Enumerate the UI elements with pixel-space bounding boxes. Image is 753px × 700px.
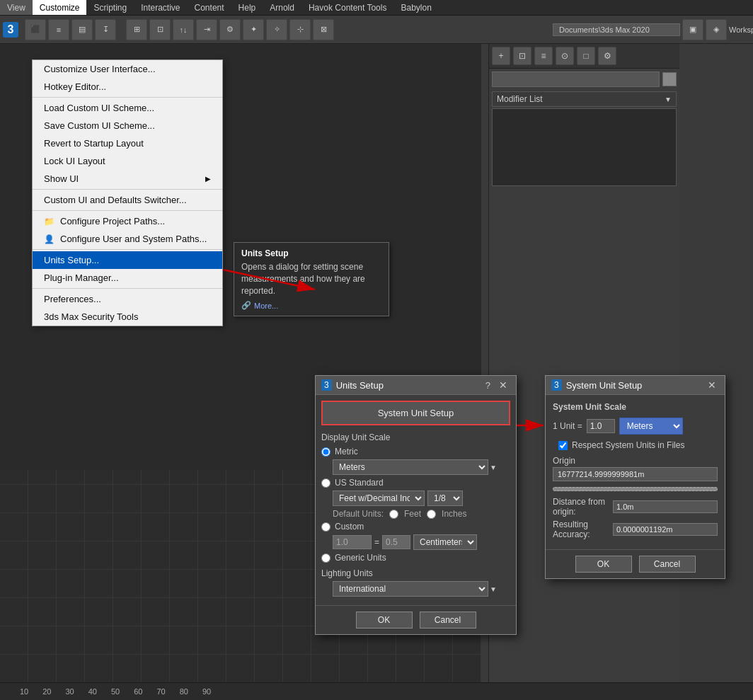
feet-radio[interactable]: [389, 510, 398, 519]
units-ok-button[interactable]: OK: [356, 612, 413, 629]
rp-btn-3[interactable]: ≡: [534, 47, 553, 65]
units-close-button[interactable]: ✕: [496, 379, 510, 391]
menubar: View Customize Scripting Interactive Con…: [0, 0, 753, 16]
us-standard-radio[interactable]: [321, 478, 330, 488]
toolbar-btn-11[interactable]: ✧: [266, 19, 287, 40]
system-unit-scale-label: System Unit Scale: [553, 402, 718, 412]
menu-babylon[interactable]: Babylon: [393, 0, 438, 15]
menu-item-customize-ui[interactable]: Customize User Interface...: [33, 60, 222, 78]
units-dialog-body: System Unit Setup Display Unit Scale Met…: [316, 395, 516, 605]
custom-value2-input[interactable]: [382, 535, 410, 549]
menu-item-revert[interactable]: Revert to Startup Layout: [33, 134, 222, 152]
system-close-button[interactable]: ✕: [705, 379, 719, 391]
menu-item-user-paths[interactable]: 👤 Configure User and System Paths...: [33, 230, 222, 248]
rp-btn-4[interactable]: ⊙: [556, 47, 574, 65]
system-unit-setup-button[interactable]: System Unit Setup: [321, 401, 510, 425]
units-cancel-button[interactable]: Cancel: [420, 612, 476, 629]
menu-item-save-ui[interactable]: Save Custom UI Scheme...: [33, 117, 222, 134]
menu-scripting[interactable]: Scripting: [86, 0, 134, 15]
separator-2: [33, 189, 222, 190]
units-dialog-title: 3 Units Setup: [321, 379, 384, 391]
us-standard-option[interactable]: US Standard: [321, 478, 510, 488]
units-dialog-header: 3 Units Setup ? ✕: [316, 376, 516, 395]
rp-btn-plus[interactable]: +: [492, 47, 510, 65]
menu-item-project-paths[interactable]: 📁 Configure Project Paths...: [33, 212, 222, 230]
menu-content[interactable]: Content: [188, 0, 231, 15]
custom-option[interactable]: Custom: [321, 522, 510, 532]
generic-option[interactable]: Generic Units: [321, 553, 510, 563]
us-standard-select[interactable]: Feet w/Decimal Inches: [333, 490, 425, 506]
menu-help[interactable]: Help: [231, 0, 263, 15]
toolbar-btn-10[interactable]: ✦: [243, 19, 264, 40]
menu-havok[interactable]: Havok Content Tools: [301, 0, 394, 15]
menu-item-security[interactable]: 3ds Max Security Tools: [33, 308, 222, 326]
unit-value-input[interactable]: [587, 419, 615, 433]
menu-item-hotkey[interactable]: Hotkey Editor...: [33, 78, 222, 96]
respect-units-checkbox[interactable]: [558, 441, 568, 450]
lighting-select[interactable]: International: [333, 581, 488, 597]
fraction-select[interactable]: 1/8: [427, 490, 463, 506]
menu-view[interactable]: View: [0, 0, 33, 15]
status-numbers: 10 20 30 40 50 60 70 80 90: [20, 687, 211, 696]
menu-item-units-setup[interactable]: Units Setup...: [33, 251, 222, 269]
metric-option[interactable]: Metric: [321, 447, 510, 457]
rp-btn-2[interactable]: ⊡: [513, 47, 531, 65]
status-num-2: 20: [42, 687, 51, 696]
menu-item-load-ui[interactable]: Load Custom UI Scheme...: [33, 99, 222, 117]
toolbar-btn-3[interactable]: ▤: [71, 19, 93, 40]
units-dialog-footer: OK Cancel: [316, 605, 516, 634]
menu-customize[interactable]: Customize: [33, 0, 87, 15]
toolbar-btn-9[interactable]: ⚙: [219, 19, 241, 40]
toolbar-btn-6[interactable]: ⊡: [149, 19, 171, 40]
metric-radio[interactable]: [321, 447, 330, 457]
custom-row: = Centimeters: [333, 534, 510, 550]
toolbar-btn-2[interactable]: ≡: [48, 19, 69, 40]
toolbar-btn-7[interactable]: ↑↓: [173, 19, 194, 40]
menu-item-show-ui[interactable]: Show UI: [33, 170, 222, 188]
origin-slider[interactable]: [553, 487, 718, 491]
separator-3: [33, 210, 222, 211]
toolbar-btn-13[interactable]: ⊠: [313, 19, 334, 40]
status-num-6: 60: [134, 687, 142, 696]
lighting-units-label: Lighting Units: [321, 568, 510, 578]
units-help-btn[interactable]: ?: [485, 380, 490, 391]
toolbar-btn-1[interactable]: ⬛: [25, 19, 46, 40]
toolbar-btn-5[interactable]: ⊞: [126, 19, 147, 40]
system-ok-button[interactable]: OK: [575, 556, 632, 573]
workspace-label: Workspa: [729, 25, 750, 34]
status-num-5: 50: [111, 687, 120, 696]
rp-btn-5[interactable]: □: [577, 47, 595, 65]
menu-arnold[interactable]: Arnold: [263, 0, 301, 15]
system-cancel-button[interactable]: Cancel: [639, 556, 696, 573]
tooltip-more[interactable]: 🔗 More...: [241, 301, 381, 310]
modifier-list-header[interactable]: Modifier List ▼: [492, 91, 677, 107]
custom-unit-select[interactable]: Centimeters: [413, 534, 477, 550]
generic-radio[interactable]: [321, 553, 330, 563]
rp-btn-6[interactable]: ⚙: [598, 47, 616, 65]
custom-radio[interactable]: [321, 522, 330, 532]
metric-select[interactable]: Meters: [333, 459, 488, 475]
units-dialog-icon: 3: [321, 379, 332, 391]
inches-radio[interactable]: [427, 510, 436, 519]
distance-input[interactable]: [613, 500, 718, 513]
origin-value-input[interactable]: [553, 467, 718, 481]
custom-value1-input[interactable]: [333, 535, 372, 549]
toolbar: 3 ⬛ ≡ ▤ ↧ ⊞ ⊡ ↑↓ ⇥ ⚙ ✦ ✧ ⊹ ⊠ Documents\3…: [0, 16, 753, 44]
system-dialog-icon: 3: [551, 379, 562, 391]
toolbar-btn-8[interactable]: ⇥: [196, 19, 217, 40]
accuracy-input[interactable]: [613, 523, 718, 536]
menu-item-plugin-manager[interactable]: Plug-in Manager...: [33, 269, 222, 287]
toolbar-btn-4[interactable]: ↧: [95, 19, 116, 40]
toolbar-path-btn-1[interactable]: ▣: [682, 19, 703, 40]
menu-item-lock-ui[interactable]: Lock UI Layout: [33, 152, 222, 170]
menu-item-defaults-switcher[interactable]: Custom UI and Defaults Switcher...: [33, 191, 222, 209]
menu-item-preferences[interactable]: Preferences...: [33, 290, 222, 308]
color-swatch[interactable]: [662, 72, 677, 86]
toolbar-path-btn-2[interactable]: ◈: [706, 19, 727, 40]
menu-interactive[interactable]: Interactive: [134, 0, 187, 15]
right-panel-toolbar: + ⊡ ≡ ⊙ □ ⚙: [489, 44, 679, 69]
app-logo: 3: [3, 22, 18, 38]
system-dialog-header: 3 System Unit Setup ✕: [546, 376, 725, 395]
unit-type-select[interactable]: Meters Inches Feet Centimeters Millimete…: [619, 418, 683, 435]
toolbar-btn-12[interactable]: ⊹: [289, 19, 311, 40]
